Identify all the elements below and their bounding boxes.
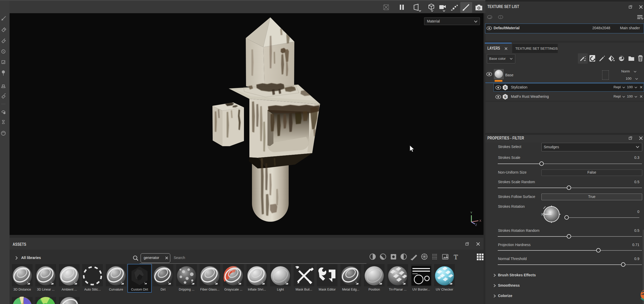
svg-text:1: 1 xyxy=(500,16,501,19)
svg-text:Z: Z xyxy=(475,223,477,226)
svg-text:X: X xyxy=(479,219,481,222)
svg-text:Y: Y xyxy=(470,211,472,214)
svg-text:S: S xyxy=(504,86,507,90)
svg-text:S: S xyxy=(504,95,507,99)
svg-text:0: 0 xyxy=(541,213,543,216)
